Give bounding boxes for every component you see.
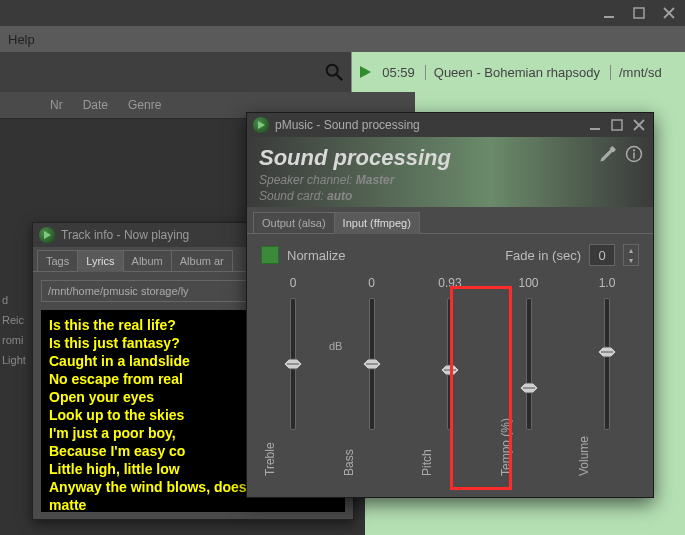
fade-stepper[interactable]: ▲▼ bbox=[623, 244, 639, 266]
slider-label: Tempo (%) bbox=[499, 416, 513, 476]
svg-rect-15 bbox=[633, 153, 635, 159]
slider-volume[interactable]: 1.0Volume bbox=[581, 276, 633, 476]
svg-rect-10 bbox=[612, 120, 622, 130]
col-date[interactable]: Date bbox=[83, 98, 108, 112]
slider-treble[interactable]: 0Treble bbox=[267, 276, 319, 476]
slider-label: Volume bbox=[577, 416, 591, 476]
maximize-icon[interactable] bbox=[631, 5, 647, 21]
fade-input[interactable]: 0 bbox=[589, 244, 615, 266]
close-icon[interactable] bbox=[661, 5, 677, 21]
menubar: Help bbox=[0, 26, 685, 53]
slider-value: 0 bbox=[368, 276, 375, 292]
tab-lyrics[interactable]: Lyrics bbox=[77, 250, 123, 272]
playbar-song: Queen - Bohemian rhapsody bbox=[425, 65, 600, 80]
app-icon bbox=[253, 117, 269, 133]
tab-album-art[interactable]: Album ar bbox=[171, 250, 233, 271]
slider-thumb[interactable] bbox=[284, 358, 302, 370]
side-labels: d Reic romi Light bbox=[0, 290, 32, 370]
slider-tempo-[interactable]: 100Tempo (%) bbox=[503, 276, 555, 476]
sp-window-title: pMusic - Sound processing bbox=[275, 118, 420, 132]
svg-marker-7 bbox=[44, 231, 51, 239]
svg-rect-1 bbox=[634, 8, 644, 18]
slider-label: Bass bbox=[342, 416, 356, 476]
col-nr[interactable]: Nr bbox=[50, 98, 63, 112]
tab-input[interactable]: Input (ffmpeg) bbox=[334, 212, 420, 234]
slider-value: 0 bbox=[290, 276, 297, 292]
app-icon bbox=[39, 227, 55, 243]
sp-titlebar[interactable]: pMusic - Sound processing bbox=[247, 113, 653, 137]
maximize-icon[interactable] bbox=[609, 117, 625, 133]
sound-processing-window: pMusic - Sound processing Sound processi… bbox=[246, 112, 654, 498]
menu-help[interactable]: Help bbox=[8, 32, 35, 47]
minimize-icon[interactable] bbox=[601, 5, 617, 21]
info-icon[interactable] bbox=[625, 145, 643, 163]
fade-label: Fade in (sec) bbox=[505, 248, 581, 263]
playbar: 05:59 Queen - Bohemian rhapsody /mnt/sd bbox=[351, 52, 685, 92]
svg-point-4 bbox=[327, 65, 338, 76]
slider-label: Pitch bbox=[420, 416, 434, 476]
playbar-path: /mnt/sd bbox=[610, 65, 679, 80]
tab-output[interactable]: Output (alsa) bbox=[253, 212, 335, 233]
slider-label: Treble bbox=[263, 416, 277, 476]
search-area bbox=[0, 52, 351, 92]
slider-bass[interactable]: 0Bass bbox=[346, 276, 398, 476]
slider-value: 1.0 bbox=[599, 276, 616, 292]
play-icon[interactable] bbox=[358, 65, 372, 79]
sp-heading: Sound processing bbox=[259, 145, 641, 171]
slider-thumb[interactable] bbox=[363, 358, 381, 370]
tab-tags[interactable]: Tags bbox=[37, 250, 78, 271]
settings-icon[interactable] bbox=[599, 145, 617, 163]
svg-line-5 bbox=[337, 75, 343, 81]
sp-banner: Sound processing Speaker channel: Master… bbox=[247, 137, 653, 207]
close-icon[interactable] bbox=[631, 117, 647, 133]
slider-value: 100 bbox=[518, 276, 538, 292]
tab-album[interactable]: Album bbox=[123, 250, 172, 271]
slider-thumb[interactable] bbox=[441, 364, 459, 376]
svg-marker-8 bbox=[258, 121, 265, 129]
sp-tabs: Output (alsa) Input (ffmpeg) bbox=[247, 207, 653, 234]
slider-value: 0.93 bbox=[438, 276, 461, 292]
normalize-label: Normalize bbox=[287, 248, 346, 263]
svg-marker-6 bbox=[360, 66, 371, 78]
playbar-time: 05:59 bbox=[382, 65, 415, 80]
minimize-icon[interactable] bbox=[587, 117, 603, 133]
col-genre[interactable]: Genre bbox=[128, 98, 161, 112]
slider-thumb[interactable] bbox=[520, 382, 538, 394]
search-icon[interactable] bbox=[323, 61, 345, 83]
slider-thumb[interactable] bbox=[598, 346, 616, 358]
db-label: dB bbox=[329, 340, 342, 352]
slider-pitch[interactable]: 0.93Pitch bbox=[424, 276, 476, 476]
normalize-checkbox[interactable] bbox=[261, 246, 279, 264]
trackinfo-title: Track info - Now playing bbox=[61, 228, 189, 242]
main-titlebar bbox=[0, 0, 685, 26]
svg-point-14 bbox=[633, 149, 635, 151]
